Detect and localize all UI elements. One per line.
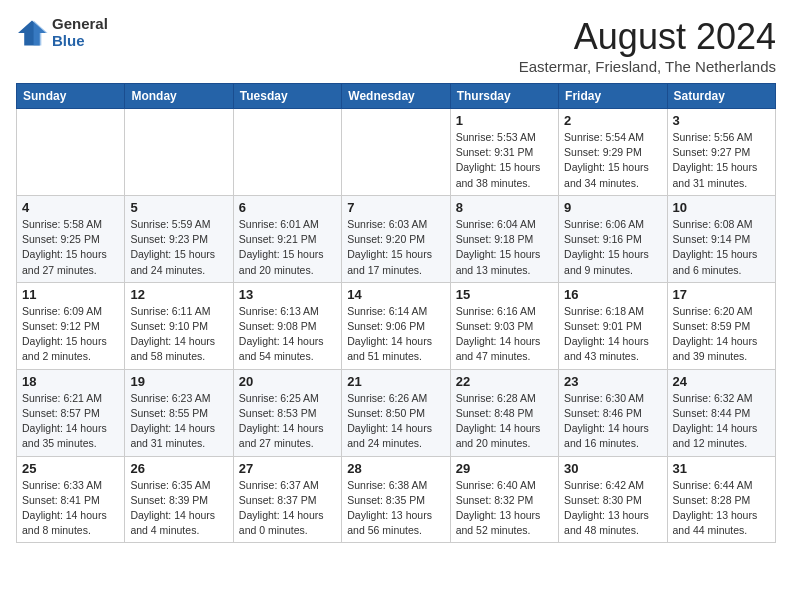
logo-text: General Blue (52, 16, 108, 49)
calendar-cell: 1Sunrise: 5:53 AM Sunset: 9:31 PM Daylig… (450, 109, 558, 196)
header-monday: Monday (125, 84, 233, 109)
day-number: 23 (564, 374, 661, 389)
day-number: 29 (456, 461, 553, 476)
calendar-cell: 6Sunrise: 6:01 AM Sunset: 9:21 PM Daylig… (233, 195, 341, 282)
day-number: 9 (564, 200, 661, 215)
calendar-cell: 9Sunrise: 6:06 AM Sunset: 9:16 PM Daylig… (559, 195, 667, 282)
day-number: 6 (239, 200, 336, 215)
logo-blue: Blue (52, 33, 108, 50)
week-row-5: 25Sunrise: 6:33 AM Sunset: 8:41 PM Dayli… (17, 456, 776, 543)
day-number: 28 (347, 461, 444, 476)
logo: General Blue (16, 16, 108, 49)
month-year-title: August 2024 (519, 16, 776, 58)
day-detail: Sunrise: 6:08 AM Sunset: 9:14 PM Dayligh… (673, 217, 770, 278)
calendar-table: SundayMondayTuesdayWednesdayThursdayFrid… (16, 83, 776, 543)
day-number: 26 (130, 461, 227, 476)
day-detail: Sunrise: 6:28 AM Sunset: 8:48 PM Dayligh… (456, 391, 553, 452)
day-number: 11 (22, 287, 119, 302)
day-detail: Sunrise: 6:42 AM Sunset: 8:30 PM Dayligh… (564, 478, 661, 539)
day-number: 4 (22, 200, 119, 215)
calendar-cell: 4Sunrise: 5:58 AM Sunset: 9:25 PM Daylig… (17, 195, 125, 282)
day-detail: Sunrise: 6:20 AM Sunset: 8:59 PM Dayligh… (673, 304, 770, 365)
day-number: 13 (239, 287, 336, 302)
header-saturday: Saturday (667, 84, 775, 109)
day-detail: Sunrise: 6:44 AM Sunset: 8:28 PM Dayligh… (673, 478, 770, 539)
calendar-cell: 19Sunrise: 6:23 AM Sunset: 8:55 PM Dayli… (125, 369, 233, 456)
day-number: 19 (130, 374, 227, 389)
day-detail: Sunrise: 6:37 AM Sunset: 8:37 PM Dayligh… (239, 478, 336, 539)
day-number: 2 (564, 113, 661, 128)
calendar-cell (233, 109, 341, 196)
calendar-header: SundayMondayTuesdayWednesdayThursdayFrid… (17, 84, 776, 109)
day-detail: Sunrise: 5:53 AM Sunset: 9:31 PM Dayligh… (456, 130, 553, 191)
calendar-cell: 26Sunrise: 6:35 AM Sunset: 8:39 PM Dayli… (125, 456, 233, 543)
day-number: 21 (347, 374, 444, 389)
day-number: 7 (347, 200, 444, 215)
header-friday: Friday (559, 84, 667, 109)
day-detail: Sunrise: 6:14 AM Sunset: 9:06 PM Dayligh… (347, 304, 444, 365)
calendar-cell: 25Sunrise: 6:33 AM Sunset: 8:41 PM Dayli… (17, 456, 125, 543)
day-number: 1 (456, 113, 553, 128)
day-number: 30 (564, 461, 661, 476)
calendar-cell: 30Sunrise: 6:42 AM Sunset: 8:30 PM Dayli… (559, 456, 667, 543)
day-number: 22 (456, 374, 553, 389)
calendar-cell: 21Sunrise: 6:26 AM Sunset: 8:50 PM Dayli… (342, 369, 450, 456)
calendar-cell: 14Sunrise: 6:14 AM Sunset: 9:06 PM Dayli… (342, 282, 450, 369)
day-detail: Sunrise: 6:35 AM Sunset: 8:39 PM Dayligh… (130, 478, 227, 539)
day-number: 15 (456, 287, 553, 302)
day-detail: Sunrise: 6:26 AM Sunset: 8:50 PM Dayligh… (347, 391, 444, 452)
day-detail: Sunrise: 6:06 AM Sunset: 9:16 PM Dayligh… (564, 217, 661, 278)
day-number: 18 (22, 374, 119, 389)
calendar-body: 1Sunrise: 5:53 AM Sunset: 9:31 PM Daylig… (17, 109, 776, 543)
day-detail: Sunrise: 6:21 AM Sunset: 8:57 PM Dayligh… (22, 391, 119, 452)
day-detail: Sunrise: 5:56 AM Sunset: 9:27 PM Dayligh… (673, 130, 770, 191)
day-detail: Sunrise: 6:11 AM Sunset: 9:10 PM Dayligh… (130, 304, 227, 365)
calendar-cell: 18Sunrise: 6:21 AM Sunset: 8:57 PM Dayli… (17, 369, 125, 456)
calendar-cell: 8Sunrise: 6:04 AM Sunset: 9:18 PM Daylig… (450, 195, 558, 282)
calendar-cell: 23Sunrise: 6:30 AM Sunset: 8:46 PM Dayli… (559, 369, 667, 456)
calendar-cell: 11Sunrise: 6:09 AM Sunset: 9:12 PM Dayli… (17, 282, 125, 369)
day-detail: Sunrise: 6:01 AM Sunset: 9:21 PM Dayligh… (239, 217, 336, 278)
day-number: 27 (239, 461, 336, 476)
calendar-cell (17, 109, 125, 196)
day-number: 20 (239, 374, 336, 389)
day-detail: Sunrise: 6:03 AM Sunset: 9:20 PM Dayligh… (347, 217, 444, 278)
day-number: 24 (673, 374, 770, 389)
day-detail: Sunrise: 6:33 AM Sunset: 8:41 PM Dayligh… (22, 478, 119, 539)
day-number: 10 (673, 200, 770, 215)
day-number: 17 (673, 287, 770, 302)
day-detail: Sunrise: 5:58 AM Sunset: 9:25 PM Dayligh… (22, 217, 119, 278)
day-detail: Sunrise: 6:38 AM Sunset: 8:35 PM Dayligh… (347, 478, 444, 539)
day-detail: Sunrise: 6:23 AM Sunset: 8:55 PM Dayligh… (130, 391, 227, 452)
location-subtitle: Eastermar, Friesland, The Netherlands (519, 58, 776, 75)
day-detail: Sunrise: 6:13 AM Sunset: 9:08 PM Dayligh… (239, 304, 336, 365)
title-area: August 2024 Eastermar, Friesland, The Ne… (519, 16, 776, 75)
calendar-cell: 17Sunrise: 6:20 AM Sunset: 8:59 PM Dayli… (667, 282, 775, 369)
calendar-cell: 7Sunrise: 6:03 AM Sunset: 9:20 PM Daylig… (342, 195, 450, 282)
day-detail: Sunrise: 6:04 AM Sunset: 9:18 PM Dayligh… (456, 217, 553, 278)
calendar-cell: 29Sunrise: 6:40 AM Sunset: 8:32 PM Dayli… (450, 456, 558, 543)
day-number: 8 (456, 200, 553, 215)
day-detail: Sunrise: 5:59 AM Sunset: 9:23 PM Dayligh… (130, 217, 227, 278)
header-sunday: Sunday (17, 84, 125, 109)
page-header: General Blue August 2024 Eastermar, Frie… (16, 16, 776, 75)
day-detail: Sunrise: 6:16 AM Sunset: 9:03 PM Dayligh… (456, 304, 553, 365)
calendar-cell: 5Sunrise: 5:59 AM Sunset: 9:23 PM Daylig… (125, 195, 233, 282)
day-number: 12 (130, 287, 227, 302)
calendar-cell: 24Sunrise: 6:32 AM Sunset: 8:44 PM Dayli… (667, 369, 775, 456)
calendar-cell: 20Sunrise: 6:25 AM Sunset: 8:53 PM Dayli… (233, 369, 341, 456)
calendar-cell: 12Sunrise: 6:11 AM Sunset: 9:10 PM Dayli… (125, 282, 233, 369)
calendar-cell: 10Sunrise: 6:08 AM Sunset: 9:14 PM Dayli… (667, 195, 775, 282)
day-number: 3 (673, 113, 770, 128)
day-detail: Sunrise: 6:09 AM Sunset: 9:12 PM Dayligh… (22, 304, 119, 365)
day-number: 5 (130, 200, 227, 215)
logo-icon (16, 19, 48, 47)
header-thursday: Thursday (450, 84, 558, 109)
calendar-cell: 16Sunrise: 6:18 AM Sunset: 9:01 PM Dayli… (559, 282, 667, 369)
header-row: SundayMondayTuesdayWednesdayThursdayFrid… (17, 84, 776, 109)
svg-marker-1 (34, 20, 48, 45)
week-row-2: 4Sunrise: 5:58 AM Sunset: 9:25 PM Daylig… (17, 195, 776, 282)
day-detail: Sunrise: 6:25 AM Sunset: 8:53 PM Dayligh… (239, 391, 336, 452)
calendar-cell: 2Sunrise: 5:54 AM Sunset: 9:29 PM Daylig… (559, 109, 667, 196)
logo-general: General (52, 16, 108, 33)
